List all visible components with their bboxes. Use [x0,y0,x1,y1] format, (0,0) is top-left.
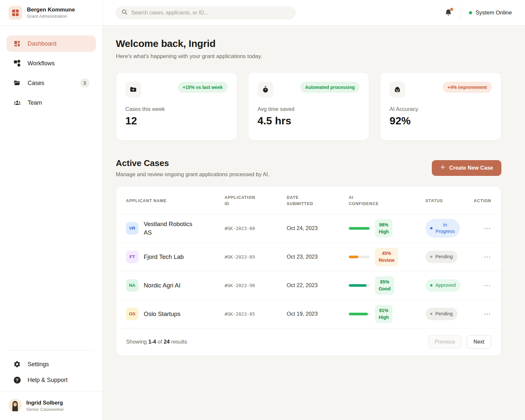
main-content: Welcome back, Ingrid Here's what's happe… [103,26,525,420]
sidebar-item-dashboard[interactable]: Dashboard [7,35,96,52]
stat-cards: +15% vs last week Cases this week 12 Aut… [116,72,501,140]
sidebar-item-label: Settings [28,361,49,368]
sidebar-item-label: Team [28,99,42,106]
notifications-bell-icon[interactable] [444,9,453,17]
avatar [9,399,22,413]
row-actions-button[interactable]: ⋯ [484,225,491,232]
column-header-date-submitted: DATE SUBMITTED [287,195,349,207]
stat-card-cases-this-week: +15% vs last week Cases this week 12 [116,72,237,140]
sidebar-item-team[interactable]: Team [7,94,96,111]
stopwatch-icon [258,82,273,97]
stat-value: 4.5 hrs [258,115,360,127]
sidebar-item-workflows[interactable]: Workflows [7,55,96,72]
status-cell: Approved [426,279,470,292]
section-title: Active Cases [116,158,269,168]
row-actions-button[interactable]: ⋯ [484,282,491,289]
user-role: Senior Caseworker [26,407,64,412]
ai-confidence: 85%Good [349,276,426,295]
column-header-action: ACTION [469,198,491,204]
status-dot-icon [430,284,432,286]
search-icon [121,9,128,16]
column-header-status: STATUS [426,198,470,204]
date-submitted: Oct 22, 2023 [287,282,349,288]
table-row: FT Fjord Tech Lab #GK-2023-89 Oct 23, 20… [116,243,501,271]
confidence-badge: 98%High [375,219,392,238]
stat-card-ai-accuracy: +4% improvement AI Accuracy 92% [380,72,501,140]
online-dot-icon [469,11,472,14]
create-new-case-label: Create New Case [449,165,493,171]
stat-badge: +15% vs last week [178,82,228,93]
sidebar-item-cases[interactable]: Cases 3 [7,75,96,91]
notification-dot [450,8,453,11]
status-badge: In Progress [426,219,460,238]
results-summary: Showing 1-4 of 24 results [126,339,187,345]
application-id: #GK-2023-89 [225,254,287,260]
sidebar-utility: Settings ? Help & Support [0,350,102,391]
sidebar-item-help-support[interactable]: ? Help & Support [7,372,96,388]
stat-label: AI Accuracy [389,106,492,112]
application-id: #GK-2023-88 [225,226,287,231]
user-name: Ingrid Solberg [26,399,64,406]
search-input[interactable] [131,10,290,16]
date-submitted: Oct 24, 2023 [287,225,349,231]
applicant-name: Nordic Agri AI [144,281,180,290]
date-submitted: Oct 19, 2023 [287,311,349,317]
stat-value: 92% [389,115,492,127]
stat-badge: Automated processing [300,82,360,93]
applicant-name: Oslo Startups [144,310,180,318]
sidebar-nav: Dashboard Workflows Cases 3 Team [0,26,102,111]
stat-badge: +4% improvement [443,82,492,93]
status-dot-icon [430,227,432,229]
system-status-label: System Online [475,10,512,16]
folder-star-icon [125,82,141,97]
section-subtitle: Manage and review ongoing grant applicat… [116,171,269,178]
status-dot-icon [430,256,432,258]
brand-subtitle: Grant Administration [27,13,75,19]
workflows-icon [13,59,21,67]
stat-card-avg-time-saved: Automated processing Avg time saved 4.5 … [248,72,369,140]
folder-open-icon [13,79,21,87]
system-status: System Online [469,10,512,16]
team-icon [13,99,21,107]
dashboard-icon [13,40,21,48]
brand-name: Bergen Kommune [27,6,75,13]
page-subtitle: Here's what's happening with your grant … [116,53,501,60]
divider [461,6,461,20]
brand-logo-icon [9,6,22,20]
row-actions-button[interactable]: ⋯ [484,310,491,317]
stat-label: Cases this week [125,106,228,112]
confidence-bar [349,227,370,230]
status-cell: Pending [426,308,470,320]
topbar: System Online [103,0,525,26]
gear-icon [13,360,21,368]
ai-confidence: 45%Review [349,248,426,266]
application-id: #GK-2023-90 [225,283,287,288]
divider [8,350,94,350]
create-new-case-button[interactable]: Create New Case [432,160,501,176]
table-row: NA Nordic Agri AI #GK-2023-90 Oct 22, 20… [116,271,501,300]
sidebar-item-settings[interactable]: Settings [7,356,96,372]
stat-label: Avg time saved [258,106,360,112]
search-bar[interactable] [116,6,296,19]
column-header-ai-confidence: AI CONFIDENCE [349,195,426,207]
application-id: #GK-2023-85 [225,311,287,317]
sidebar-item-label: Workflows [28,60,55,67]
applicant-avatar: OS [126,308,138,320]
applicant-name: Vestland Robotics AS [144,220,201,237]
confidence-badge: 45%Review [375,248,398,266]
status-badge: Approved [426,279,460,292]
user-profile[interactable]: Ingrid Solberg Senior Caseworker [0,391,102,420]
status-cell: In Progress [426,219,470,238]
next-page-button[interactable]: Next [467,335,491,348]
row-actions-button[interactable]: ⋯ [484,253,491,260]
table-row: VR Vestland Robotics AS #GK-2023-88 Oct … [116,214,501,243]
status-cell: Pending [426,251,470,263]
previous-page-button[interactable]: Previous [428,335,462,348]
confidence-bar [349,313,370,315]
table-row: OS Oslo Startups #GK-2023-85 Oct 19, 202… [116,300,501,328]
status-badge: Pending [426,251,457,263]
applicant-name: Fjord Tech Lab [144,253,184,261]
active-cases-table: APPLICANT NAME APPLICATION ID DATE SUBMI… [116,186,501,356]
confidence-badge: 91%High [375,305,392,323]
status-badge: Pending [426,308,457,320]
